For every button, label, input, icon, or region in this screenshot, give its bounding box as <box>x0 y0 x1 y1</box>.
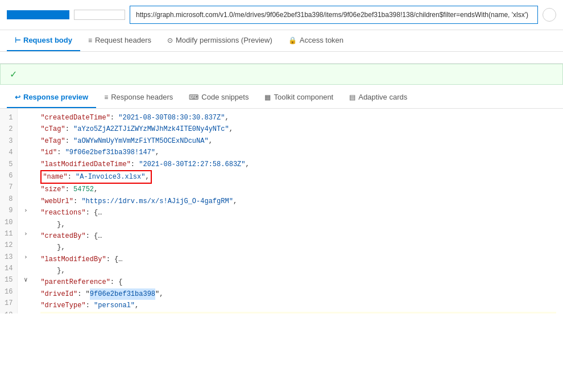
line-chevron-11 <box>18 240 34 251</box>
modify-permissions-icon: ⊙ <box>167 36 173 44</box>
method-dropdown[interactable] <box>7 10 69 19</box>
highlighted-name-value: "name": "A-Invoice3.xlsx", <box>40 170 151 184</box>
code-line-14: "parentReference": { <box>40 277 556 288</box>
access-token-icon: 🔒 <box>288 36 297 44</box>
tab-modify-permissions[interactable]: ⊙ Modify permissions (Preview) <box>159 30 280 51</box>
code-line-16: "driveType": "personal", <box>40 300 556 311</box>
adaptive-cards-icon: ▤ <box>349 93 355 101</box>
line-chevron-16 <box>18 298 34 309</box>
line-chevron-7 <box>18 193 34 205</box>
version-dropdown[interactable] <box>74 10 125 20</box>
code-line-15: "driveId": "9f06e2bef31ba398", <box>40 288 556 300</box>
code-area: ›››∨ "createdDateTime": "2021-08-30T08:3… <box>18 109 563 313</box>
toolkit-component-icon: ▦ <box>264 93 271 101</box>
line-chevron-6 <box>18 181 34 193</box>
code-line-12: "lastModifiedBy": {… <box>40 254 556 265</box>
tab-access-token[interactable]: 🔒 Access token <box>280 30 351 51</box>
code-line-3: "id": "9f06e2bef31ba398!147", <box>40 147 556 158</box>
tab-response-headers[interactable]: ≡ Response headers <box>96 87 181 108</box>
line-chevron-12: › <box>18 251 34 263</box>
request-body-icon: ⊢ <box>15 36 20 44</box>
line-chevron-10: › <box>18 228 34 240</box>
line-chevron-4 <box>18 159 34 170</box>
code-viewer: 123456789101112131415161718192021 ›››∨ "… <box>0 109 563 313</box>
tab-access-token-label: Access token <box>300 36 343 44</box>
tab-request-body-label: Request body <box>23 36 72 44</box>
line-chevron-2 <box>18 135 34 147</box>
code-snippets-icon: ⌨ <box>189 93 198 101</box>
code-line-5: "name": "A-Invoice3.xlsx", <box>40 170 556 184</box>
response-headers-icon: ≡ <box>104 93 108 101</box>
tab-adaptive-cards-label: Adaptive cards <box>358 93 407 101</box>
code-line-13: }, <box>40 265 556 277</box>
top-bar <box>0 0 563 30</box>
status-bar: ✓ <box>0 64 563 85</box>
code-line-2: "eTag": "aOWYwNmUyYmVmMzFiYTM5OCExNDcuNA… <box>40 135 556 147</box>
tab-code-snippets-label: Code snippets <box>201 93 249 101</box>
request-tabs: ⊢ Request body ≡ Request headers ⊙ Modif… <box>0 30 563 52</box>
line-chevron-0 <box>18 112 34 123</box>
code-line-1: "cTag": "aYzo5ZjA2ZTJiZWYzMWJhMzk4ITE0Ny… <box>40 123 556 135</box>
tab-modify-permissions-label: Modify permissions (Preview) <box>176 36 272 44</box>
code-line-0: "createdDateTime": "2021-08-30T08:30:30.… <box>40 112 556 123</box>
response-preview-icon: ↩ <box>15 93 20 101</box>
line-chevron-3 <box>18 147 34 158</box>
line-chevron-17 <box>18 310 34 313</box>
code-line-8: "reactions": {… <box>40 207 556 218</box>
tab-response-preview[interactable]: ↩ Response preview <box>7 87 96 108</box>
chevron-column: ›››∨ <box>18 109 34 313</box>
line-numbers: 123456789101112131415161718192021 <box>0 109 18 313</box>
code-line-7: "webUrl": "https://1drv.ms/x/s!AJijG_O-4… <box>40 196 556 207</box>
tab-response-preview-label: Response preview <box>23 93 88 101</box>
info-button[interactable] <box>543 8 556 22</box>
drive-id-value: 9f06e2bef31ba398 <box>90 288 155 300</box>
code-line-17: "id": "9f06e2bef31ba398!138", <box>40 312 556 313</box>
tab-toolkit-component[interactable]: ▦ Toolkit component <box>256 87 341 108</box>
tab-request-headers[interactable]: ≡ Request headers <box>80 30 159 51</box>
code-lines-container: "createdDateTime": "2021-08-30T08:30:30.… <box>34 109 563 313</box>
line-chevron-8: › <box>18 205 34 216</box>
tab-request-headers-label: Request headers <box>95 36 151 44</box>
tab-adaptive-cards[interactable]: ▤ Adaptive cards <box>341 87 415 108</box>
code-line-10: "createdBy": {… <box>40 230 556 242</box>
code-line-11: }, <box>40 242 556 253</box>
line-chevron-9 <box>18 217 34 228</box>
line-chevron-1 <box>18 123 34 135</box>
tab-code-snippets[interactable]: ⌨ Code snippets <box>181 87 256 108</box>
line-chevron-14: ∨ <box>18 274 34 286</box>
request-headers-icon: ≡ <box>88 36 92 44</box>
tab-response-headers-label: Response headers <box>111 93 173 101</box>
code-line-9: }, <box>40 219 556 230</box>
request-body-content <box>0 52 563 64</box>
line-chevron-13 <box>18 263 34 274</box>
status-icon: ✓ <box>10 69 17 80</box>
response-tabs: ↩ Response preview ≡ Response headers ⌨ … <box>0 87 563 109</box>
url-input[interactable] <box>130 6 538 24</box>
tab-toolkit-component-label: Toolkit component <box>274 93 333 101</box>
tab-request-body[interactable]: ⊢ Request body <box>7 30 80 51</box>
line-chevron-15 <box>18 286 34 298</box>
code-line-4: "lastModifiedDateTime": "2021-08-30T12:2… <box>40 159 556 170</box>
line-chevron-5 <box>18 170 34 181</box>
code-line-6: "size": 54752, <box>40 184 556 195</box>
